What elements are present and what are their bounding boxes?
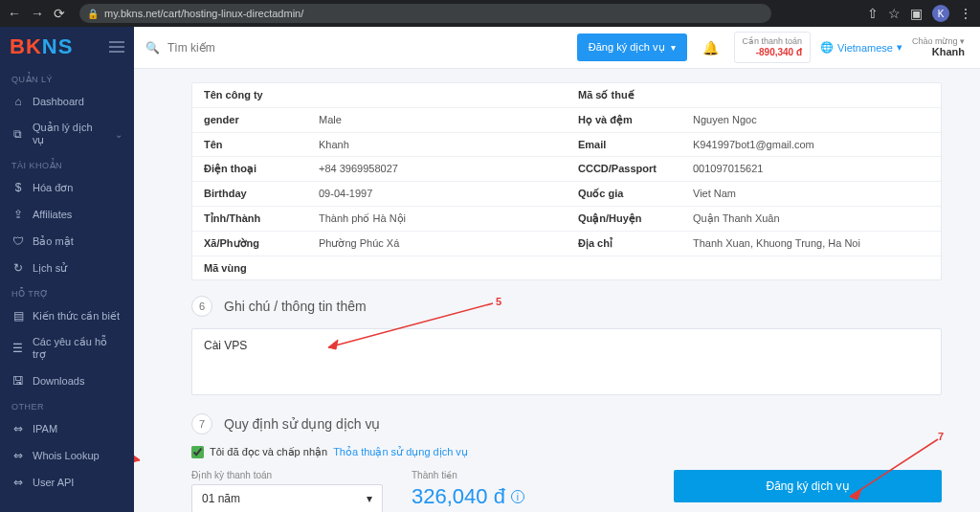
cycle-label: Định kỳ thanh toán bbox=[191, 470, 383, 480]
sidebar-icon: 🖫 bbox=[11, 374, 25, 388]
sidebar-section-title: QUẢN LÝ bbox=[0, 67, 134, 88]
info-key: Email bbox=[578, 139, 693, 150]
brand-logo: BKNS bbox=[10, 34, 73, 59]
sidebar-icon: 🛡 bbox=[11, 234, 25, 248]
profile-avatar[interactable]: K bbox=[932, 5, 949, 22]
search-input[interactable] bbox=[167, 41, 359, 55]
sidebar-item-label: Dashboard bbox=[33, 96, 84, 107]
submit-order-button[interactable]: Đăng ký dịch vụ bbox=[674, 470, 942, 502]
topbar: 🔍 Đăng ký dịch vụ ▾ 🔔 Cần thanh toán -89… bbox=[134, 27, 980, 69]
lock-icon: 🔒 bbox=[87, 9, 99, 19]
customer-info-table: Tên công tyMã số thuếgenderMaleHọ và đệm… bbox=[191, 82, 942, 280]
info-value: Male bbox=[319, 114, 555, 126]
info-key: Tỉnh/Thành bbox=[204, 212, 319, 225]
info-value: Thanh Xuan, Khuong Trung, Ha Noi bbox=[693, 237, 929, 250]
user-menu[interactable]: Chào mừng ▾ Khanh bbox=[912, 36, 969, 59]
menu-icon[interactable]: ⋮ bbox=[959, 6, 972, 21]
info-value: Phường Phúc Xá bbox=[319, 237, 555, 250]
info-key: Quốc gia bbox=[578, 188, 693, 200]
step-6-title: Ghi chú / thông tin thêm bbox=[224, 299, 367, 314]
star-icon[interactable]: ☆ bbox=[888, 6, 901, 21]
notes-textarea[interactable] bbox=[191, 328, 942, 395]
info-value bbox=[693, 262, 929, 274]
sidebar-item-label: Quản lý dịch vụ bbox=[33, 122, 107, 146]
sidebar-item-label: Affiliates bbox=[33, 209, 72, 220]
extensions-icon[interactable]: ▣ bbox=[910, 6, 923, 21]
sidebar-item-invoices[interactable]: $Hóa đơn bbox=[0, 174, 134, 201]
info-value: 001097015621 bbox=[693, 163, 929, 175]
info-key: CCCD/Passport bbox=[578, 163, 693, 175]
terms-link[interactable]: Thỏa thuận sử dụng dịch vụ bbox=[333, 446, 468, 458]
sidebar-item-downloads[interactable]: 🖫Downloads bbox=[0, 367, 134, 394]
info-value: Viet Nam bbox=[693, 188, 929, 200]
reload-icon[interactable]: ⟳ bbox=[54, 6, 65, 21]
step-7-title: Quy định sử dụng dịch vụ bbox=[224, 416, 380, 432]
info-value: K941997bot1@gmail.com bbox=[693, 139, 929, 150]
info-value: +84 3969958027 bbox=[319, 163, 555, 175]
globe-icon: 🌐 bbox=[820, 41, 834, 54]
sidebar-item-userapi[interactable]: ⇔User API bbox=[0, 469, 134, 496]
info-key: gender bbox=[204, 114, 319, 126]
sidebar-icon: ↻ bbox=[11, 261, 25, 275]
info-key: Birthday bbox=[204, 188, 319, 200]
sidebar-item-whois[interactable]: ⇔Whois Lookup bbox=[0, 442, 134, 469]
sidebar-item-affiliates[interactable]: ⇪Affiliates bbox=[0, 201, 134, 228]
sidebar-item-tickets[interactable]: ☰Các yêu cầu hỗ trợ bbox=[0, 329, 134, 367]
info-icon[interactable]: i bbox=[511, 490, 524, 503]
sidebar-item-dashboard[interactable]: ⌂Dashboard bbox=[0, 88, 134, 115]
info-value: Thành phố Hà Nội bbox=[319, 212, 555, 225]
info-key: Địa chỉ bbox=[578, 237, 693, 250]
info-value: Khanh bbox=[319, 139, 555, 150]
info-value: Quận Thanh Xuân bbox=[693, 212, 929, 225]
sidebar-item-security[interactable]: 🛡Bảo mật bbox=[0, 228, 134, 255]
sidebar-toggle[interactable] bbox=[109, 41, 124, 53]
balance-box[interactable]: Cần thanh toán -890,340 đ bbox=[734, 32, 812, 63]
info-key: Tên công ty bbox=[204, 89, 319, 101]
sidebar-item-history[interactable]: ↻Lịch sử bbox=[0, 255, 134, 281]
url-text: my.bkns.net/cart/hosting-linux-directadm… bbox=[104, 8, 303, 19]
language-selector[interactable]: 🌐 Vietnamese ▾ bbox=[820, 41, 902, 54]
info-value: 09-04-1997 bbox=[319, 188, 555, 200]
content-area: Tên công tyMã số thuếgenderMaleHọ và đệm… bbox=[134, 69, 980, 512]
sidebar-item-label: Lịch sử bbox=[33, 262, 67, 275]
back-icon[interactable]: ← bbox=[8, 6, 21, 21]
terms-checkbox[interactable] bbox=[191, 446, 204, 458]
sidebar-item-label: Kiến thức cần biết bbox=[33, 310, 120, 323]
info-row: Tỉnh/ThànhThành phố Hà NộiQuận/HuyệnQuận… bbox=[192, 207, 941, 232]
sidebar-item-services[interactable]: ⧉Quản lý dịch vụ⌄ bbox=[0, 115, 134, 153]
search-icon: 🔍 bbox=[145, 41, 160, 55]
forward-icon[interactable]: → bbox=[31, 6, 44, 21]
info-row: genderMaleHọ và đệmNguyen Ngoc bbox=[192, 108, 941, 133]
info-value bbox=[693, 89, 929, 101]
sidebar-icon: ⌂ bbox=[11, 95, 25, 108]
url-bar[interactable]: 🔒 my.bkns.net/cart/hosting-linux-directa… bbox=[79, 4, 771, 23]
info-key: Tên bbox=[204, 139, 319, 150]
bell-icon[interactable]: 🔔 bbox=[697, 40, 724, 56]
info-row: Mã vùng bbox=[192, 256, 941, 279]
step-6-badge: 6 bbox=[191, 296, 212, 317]
chevron-down-icon: ▾ bbox=[367, 492, 372, 505]
sidebar-item-label: User API bbox=[33, 477, 74, 488]
info-key: Điện thoại bbox=[204, 163, 319, 175]
info-key: Mã số thuế bbox=[578, 89, 693, 101]
info-value: Nguyen Ngoc bbox=[693, 114, 929, 126]
sidebar-icon: ☰ bbox=[11, 342, 25, 355]
info-row: Xã/PhườngPhường Phúc XáĐịa chỉThanh Xuan… bbox=[192, 232, 941, 256]
sidebar-item-label: Các yêu cầu hỗ trợ bbox=[33, 336, 122, 361]
share-icon[interactable]: ⇧ bbox=[867, 6, 879, 21]
info-key bbox=[578, 262, 693, 274]
browser-chrome: ← → ⟳ 🔒 my.bkns.net/cart/hosting-linux-d… bbox=[0, 0, 980, 27]
sidebar-icon: ⧉ bbox=[11, 127, 25, 141]
sidebar-item-kb[interactable]: ▤Kiến thức cần biết bbox=[0, 302, 134, 329]
sidebar-item-label: Bảo mật bbox=[33, 235, 74, 248]
sidebar-icon: ⇔ bbox=[11, 449, 25, 462]
billing-cycle-select[interactable]: 01 năm ▾ bbox=[191, 484, 383, 512]
sidebar-icon: ⇪ bbox=[11, 208, 25, 221]
sidebar-icon: ▤ bbox=[11, 309, 25, 323]
svg-line-2 bbox=[134, 430, 140, 460]
svg-marker-3 bbox=[134, 453, 140, 462]
sidebar-icon: ⇔ bbox=[11, 476, 25, 489]
info-row: TênKhanhEmailK941997bot1@gmail.com bbox=[192, 133, 941, 157]
sidebar-item-ipam[interactable]: ⇔IPAM bbox=[0, 415, 134, 442]
register-service-button[interactable]: Đăng ký dịch vụ ▾ bbox=[577, 33, 687, 61]
